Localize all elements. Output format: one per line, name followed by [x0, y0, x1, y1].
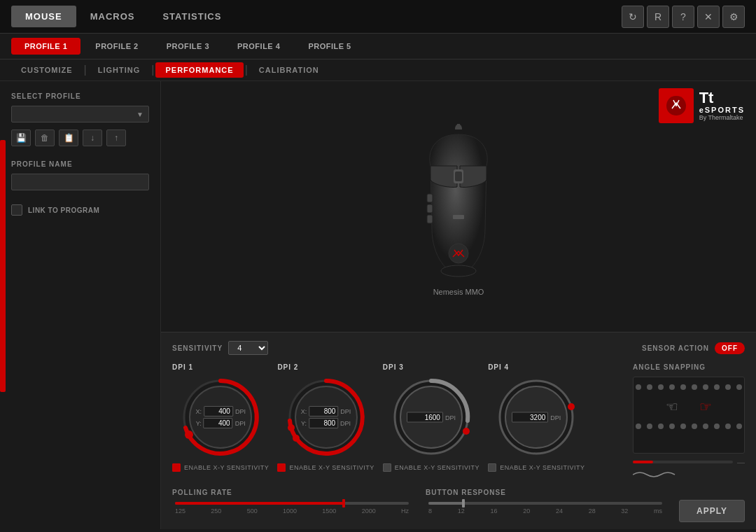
nav-tab-macros[interactable]: MACROS: [76, 6, 149, 27]
profile-name-input[interactable]: [11, 174, 149, 190]
bottom-controls-row: POLLING RATE 125 250 500 1000 1500 2: [172, 489, 745, 522]
svg-rect-4: [427, 204, 433, 213]
mouse-name-label: Nemesis MMO: [433, 288, 484, 296]
angle-slider-track: [633, 461, 733, 463]
nav-tab-mouse[interactable]: MOUSE: [11, 6, 76, 27]
dot-b5: [680, 424, 686, 429]
dot-b4: [669, 424, 675, 429]
polling-rate-slider-container: 125 250 500 1000 1500 2000 Hz: [172, 502, 412, 514]
polling-rate-title: POLLING RATE: [172, 489, 412, 496]
close-icon-btn[interactable]: ✕: [697, 6, 720, 28]
nav-tab-statistics[interactable]: STATISTICS: [148, 6, 235, 27]
btn-label-8: 8: [428, 507, 432, 514]
action-icons: 💾 🗑 📋 ↓ ↑: [11, 130, 149, 146]
left-sidebar: SELECT PROFILE ▼ 💾 🗑 📋 ↓ ↑ PROFILE NAME …: [0, 81, 161, 529]
profile-select-wrapper: ▼: [11, 106, 149, 122]
refresh-icon-btn[interactable]: ↻: [622, 6, 644, 28]
dpi-2-x-input[interactable]: [309, 406, 338, 416]
sub-tab-calibration[interactable]: CALIBRATION: [249, 62, 329, 78]
dpi-2-xy-label: ENABLE X-Y SENSITIVITY: [289, 464, 374, 471]
svg-point-21: [568, 403, 575, 410]
profile-tab-2[interactable]: PROFILE 2: [82, 38, 151, 55]
btn-label-24: 24: [556, 507, 563, 514]
polling-rate-thumb[interactable]: [342, 499, 345, 507]
dpi-3-title: DPI 3: [383, 363, 404, 371]
copy-icon-btn[interactable]: 📋: [59, 130, 78, 146]
dpi-1-x-input[interactable]: [204, 406, 233, 416]
sub-tab-customize[interactable]: CUSTOMIZE: [11, 62, 83, 78]
btn-label-28: 28: [589, 507, 596, 514]
angle-slider-fill: [633, 461, 653, 463]
dot-5: [680, 384, 686, 390]
dpi-1-y-input[interactable]: [204, 418, 233, 428]
svg-point-8: [441, 265, 476, 276]
angle-right-arrow-icon: ☞: [699, 398, 712, 415]
brand-logo: [659, 88, 694, 123]
dots-row-top: [636, 384, 742, 390]
dpi-1-xy-label: ENABLE X-Y SENSITIVITY: [184, 464, 269, 471]
dpi-2-title: DPI 2: [277, 363, 298, 371]
profile-tab-1[interactable]: PROFILE 1: [11, 38, 80, 55]
dpi-section-2: DPI 2 X: DP: [277, 363, 374, 472]
dot-b9: [725, 424, 731, 429]
sensitivity-select-wrapper: 4 1 2 3: [228, 341, 268, 355]
profile-tab-4[interactable]: PROFILE 4: [224, 38, 293, 55]
dpi-4-x-input[interactable]: [512, 412, 548, 423]
dpi-3-enable-xy: ENABLE X-Y SENSITIVITY: [383, 463, 479, 472]
dpi-2-y-input[interactable]: [309, 418, 338, 428]
delete-icon-btn[interactable]: 🗑: [35, 130, 55, 146]
settings-icon-btn[interactable]: ⚙: [722, 6, 745, 28]
btn-label-32: 32: [621, 507, 628, 514]
apply-button[interactable]: APPLY: [679, 500, 745, 522]
sub-tab-performance[interactable]: PERFORMANCE: [155, 62, 243, 78]
import-icon-btn[interactable]: ↓: [83, 130, 102, 146]
dpi-3-x-input[interactable]: [407, 412, 443, 423]
button-response-labels: 8 12 16 20 24 28 32 ms: [428, 507, 662, 514]
help-icon-btn[interactable]: ?: [672, 6, 694, 28]
sub-tab-lighting[interactable]: LIGHTING: [88, 62, 150, 78]
dpi-3-xy-checkbox[interactable]: [383, 463, 391, 472]
dpi-1-xy-checkbox[interactable]: [172, 463, 181, 472]
sub-tab-divider-3: |: [245, 64, 248, 76]
svg-point-14: [288, 424, 295, 431]
dpi-4-values: DPI: [512, 412, 561, 423]
poll-label-1000: 1000: [283, 507, 297, 514]
dpi-2-xy-checkbox[interactable]: [277, 463, 286, 472]
reset-icon-btn[interactable]: R: [647, 6, 669, 28]
export-icon-btn[interactable]: ↑: [106, 130, 126, 146]
polling-rate-section: POLLING RATE 125 250 500 1000 1500 2: [172, 489, 412, 514]
polling-rate-labels: 125 250 500 1000 1500 2000 Hz: [175, 507, 409, 514]
dot-8: [714, 384, 720, 390]
angle-snapping-section: ANGLE SNAPPING: [633, 363, 745, 483]
dpi-4-xy-checkbox[interactable]: [488, 463, 496, 472]
profile-select[interactable]: [11, 106, 149, 122]
polling-rate-track: [175, 502, 409, 505]
brand-tt: Tt: [699, 90, 745, 106]
svg-rect-2: [455, 172, 462, 181]
dots-row-bottom: [636, 424, 742, 429]
save-icon-btn[interactable]: 💾: [11, 130, 31, 146]
angle-left-arrow-icon: ☜: [666, 398, 678, 415]
mouse-image: [402, 124, 514, 285]
button-response-thumb[interactable]: [462, 499, 465, 507]
dot-1: [636, 384, 641, 390]
angle-slider-container: —: [633, 458, 745, 466]
center-content: Tt eSPORTS By Thermaltake: [161, 81, 756, 529]
sub-nav: CUSTOMIZE | LIGHTING | PERFORMANCE | CAL…: [0, 59, 756, 81]
link-to-program-checkbox[interactable]: [11, 204, 22, 216]
dot-7: [703, 384, 708, 390]
dpi-3-xy-label: ENABLE X-Y SENSITIVITY: [395, 464, 479, 471]
dot-4: [669, 384, 675, 390]
dpi-3-values: DPI: [407, 412, 456, 423]
profile-tab-5[interactable]: PROFILE 5: [295, 38, 364, 55]
sensitivity-select[interactable]: 4 1 2 3: [228, 341, 268, 355]
sensor-action-label: SENSOR ACTION: [642, 344, 709, 352]
sensor-action-toggle[interactable]: OFF: [715, 342, 745, 354]
brand-area: Tt eSPORTS By Thermaltake: [659, 88, 745, 123]
angle-arrows-row: ☜ ☞: [666, 398, 712, 415]
profile-tab-3[interactable]: PROFILE 3: [153, 38, 223, 55]
wave-display: [633, 469, 745, 483]
dot-b7: [703, 424, 708, 429]
dpi-2-values: X: DPI Y: DPI: [301, 406, 351, 428]
apply-btn-container: APPLY: [679, 489, 745, 522]
